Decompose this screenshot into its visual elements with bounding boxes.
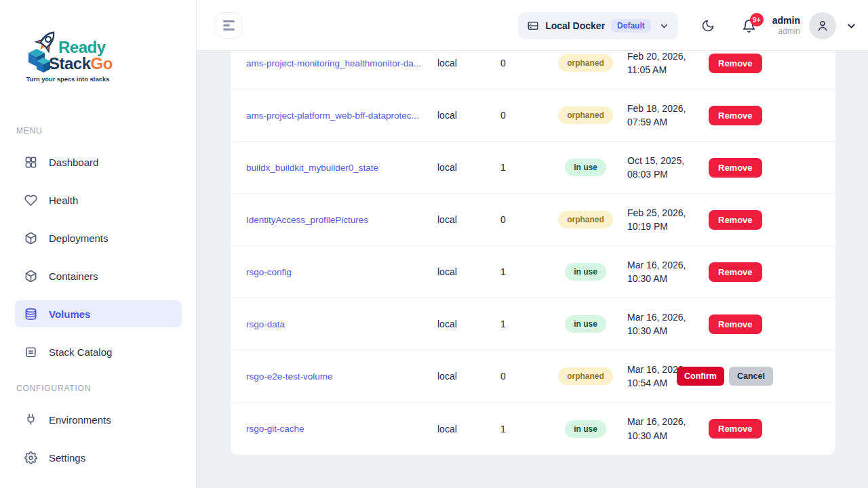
status-badge: orphaned <box>558 367 613 385</box>
sidebar-item-label: Deployments <box>49 232 108 244</box>
user-menu-chevron[interactable] <box>846 20 857 32</box>
sidebar-item-label: Health <box>49 195 78 206</box>
user-info: admin admin <box>772 15 800 37</box>
remove-button[interactable]: Remove <box>709 419 762 439</box>
cancel-remove-button[interactable]: Cancel <box>729 367 773 386</box>
volume-driver: local <box>437 319 500 329</box>
volume-driver: local <box>437 58 500 68</box>
environment-selector[interactable]: Local Docker Default <box>518 12 678 39</box>
hamburger-icon <box>223 20 235 22</box>
volume-name-link[interactable]: ams-project-platform_web-bff-dataprotec.… <box>246 110 437 121</box>
confirm-remove-button[interactable]: Confirm <box>677 367 724 386</box>
sidebar-section-configuration: CONFIGURATION <box>16 384 91 393</box>
sidebar-item-deployments[interactable]: Deployments <box>15 224 182 251</box>
volume-name-link[interactable]: rsgo-git-cache <box>246 424 437 434</box>
volume-name-link[interactable]: rsgo-config <box>246 267 437 277</box>
remove-button[interactable]: Remove <box>709 106 762 125</box>
sidebar-item-label: Volumes <box>49 308 90 320</box>
remove-button[interactable]: Remove <box>709 314 762 334</box>
volume-driver: local <box>437 214 500 225</box>
table-row: rsgo-git-cache local 1 in use Mar 16, 20… <box>231 403 835 455</box>
remove-button[interactable]: Remove <box>709 158 762 178</box>
remove-button[interactable]: Remove <box>709 262 762 282</box>
sidebar-item-label: Dashboard <box>49 157 98 168</box>
volume-created-date: Mar 16, 2026, 10:30 AM <box>627 310 705 338</box>
sidebar-section-menu: MENU <box>16 126 43 136</box>
volume-driver: local <box>437 162 500 173</box>
database-icon <box>24 308 37 321</box>
volume-created-date: Feb 18, 2026, 07:59 AM <box>627 102 705 129</box>
user-avatar[interactable] <box>809 12 836 39</box>
volume-container-count: 1 <box>500 162 534 173</box>
moon-icon <box>701 19 715 33</box>
server-icon <box>527 20 539 32</box>
table-row: buildx_buildkit_mybuilder0_state local 1… <box>231 142 835 194</box>
volume-driver: local <box>437 424 500 434</box>
table-row: IdentityAccess_profilePictures local 0 o… <box>231 194 835 246</box>
status-badge: in use <box>565 263 606 281</box>
table-row: ams-project-monitoring_healthmonitor-da.… <box>231 51 835 89</box>
sidebar-item-volumes[interactable]: Volumes <box>15 300 182 327</box>
volume-name-link[interactable]: ams-project-monitoring_healthmonitor-da.… <box>246 58 437 68</box>
dark-mode-toggle[interactable] <box>701 19 715 33</box>
table-row: rsgo-e2e-test-volume local 0 orphaned Ma… <box>231 350 835 403</box>
app-logo: Ready StackGo Turn your specs into stack… <box>23 30 111 85</box>
volume-container-count: 0 <box>500 110 534 121</box>
volume-container-count: 0 <box>500 58 534 68</box>
table-row: ams-project-platform_web-bff-dataprotec.… <box>231 89 835 142</box>
sidebar-item-settings[interactable]: Settings <box>15 444 182 471</box>
person-icon <box>816 19 829 33</box>
cube-icon <box>24 270 37 283</box>
volume-container-count: 1 <box>500 266 534 277</box>
chevron-down-icon <box>846 20 857 32</box>
volume-driver: local <box>437 371 500 382</box>
user-name: admin <box>772 15 800 27</box>
document-icon <box>24 346 37 359</box>
sidebar-item-dashboard[interactable]: Dashboard <box>15 148 182 176</box>
volume-name-link[interactable]: IdentityAccess_profilePictures <box>246 215 437 225</box>
volume-created-date: Mar 16, 2026, 10:30 AM <box>627 415 705 443</box>
heart-icon <box>24 194 37 207</box>
sidebar-item-containers[interactable]: Containers <box>15 262 182 289</box>
environment-name: Local Docker <box>545 20 605 31</box>
table-row: rsgo-config local 1 in use Mar 16, 2026,… <box>231 246 835 298</box>
status-badge: orphaned <box>558 54 613 72</box>
volume-driver: local <box>437 110 500 121</box>
volume-container-count: 1 <box>500 319 534 329</box>
chevron-down-icon <box>659 21 669 31</box>
environment-default-badge: Default <box>611 19 651 33</box>
volume-name-link[interactable]: rsgo-data <box>246 319 437 329</box>
volume-created-date: Oct 15, 2025, 08:03 PM <box>627 154 705 182</box>
volumes-table-card: ams-project-monitoring_healthmonitor-da.… <box>231 51 835 455</box>
remove-button[interactable]: Remove <box>709 54 762 73</box>
top-header: Local Docker Default 9+ admin admin <box>197 0 868 51</box>
volume-name-link[interactable]: buildx_buildkit_mybuilder0_state <box>246 163 437 173</box>
volume-created-date: Mar 16, 2026, 10:30 AM <box>627 258 705 286</box>
notification-count-badge: 9+ <box>750 13 764 26</box>
sidebar-item-stack-catalog[interactable]: Stack Catalog <box>15 338 182 365</box>
plug-icon <box>24 413 37 426</box>
sidebar-item-environments[interactable]: Environments <box>15 406 182 433</box>
notifications-button[interactable]: 9+ <box>742 19 756 33</box>
sidebar-item-health[interactable]: Health <box>15 186 182 214</box>
sidebar-item-label: Containers <box>49 270 98 282</box>
volume-container-count: 1 <box>500 424 534 434</box>
grid-icon <box>24 156 37 169</box>
menu-toggle-button[interactable] <box>216 12 242 39</box>
user-role: admin <box>772 26 800 37</box>
volume-container-count: 0 <box>500 371 534 382</box>
status-badge: orphaned <box>558 106 613 124</box>
brand-tagline: Turn your specs into stacks <box>24 76 111 83</box>
remove-button[interactable]: Remove <box>709 210 762 230</box>
table-row: rsgo-data local 1 in use Mar 16, 2026, 1… <box>231 298 835 350</box>
status-badge: orphaned <box>558 211 613 228</box>
cube-icon <box>24 232 37 245</box>
gear-icon <box>24 451 37 464</box>
sidebar-item-label: Stack Catalog <box>49 346 112 358</box>
status-badge: in use <box>565 420 606 438</box>
volumes-table: ams-project-monitoring_healthmonitor-da.… <box>231 51 835 455</box>
sidebar-item-label: Settings <box>49 452 85 464</box>
status-badge: in use <box>565 159 606 176</box>
volume-created-date: Feb 25, 2026, 10:19 PM <box>627 206 705 234</box>
volume-name-link[interactable]: rsgo-e2e-test-volume <box>246 371 437 382</box>
